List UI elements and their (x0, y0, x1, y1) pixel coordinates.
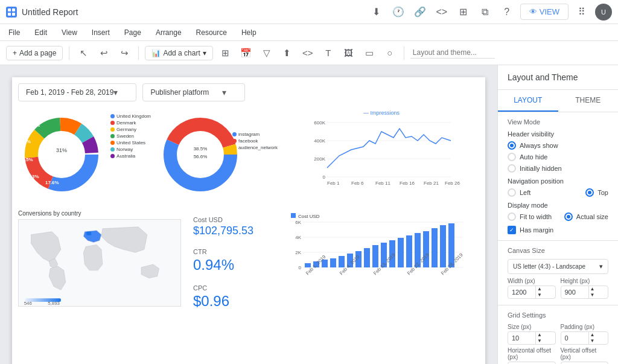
canvas-size-section: Canvas Size US letter (4:3) - Landscape … (498, 241, 618, 305)
copy-icon[interactable]: ⧉ (477, 4, 494, 21)
history-icon[interactable]: 🕐 (390, 4, 407, 21)
link-icon[interactable]: 🔗 (412, 4, 428, 21)
svg-text:Feb 16: Feb 16 (400, 180, 415, 186)
tab-theme[interactable]: THEME (558, 90, 619, 112)
grid-padding-input[interactable] (561, 332, 588, 344)
radio-left[interactable]: Left (508, 188, 530, 197)
svg-text:0: 0 (299, 265, 302, 270)
width-down-icon[interactable]: ▼ (537, 292, 542, 298)
radio-auto-hide[interactable]: Auto hide (508, 153, 608, 161)
svg-text:31%: 31% (56, 147, 67, 153)
download-icon[interactable]: ⬇ (368, 4, 385, 21)
ctr-metric: CTR 0.94% (193, 248, 266, 273)
help-icon[interactable]: ? (499, 4, 515, 21)
grid-padding-up-icon[interactable]: ▲ (590, 332, 595, 338)
plus-icon: + (13, 49, 17, 57)
map-container: Conversions by country (18, 210, 187, 319)
grid-padding-group: Padding (px) ▲ ▼ (561, 324, 609, 345)
canvas-dimensions: Width (px) ▲ ▼ Height (px) ▲ (508, 278, 608, 299)
svg-text:Feb 1: Feb 1 (327, 180, 340, 186)
grid-size-input[interactable] (508, 332, 535, 344)
height-input[interactable] (561, 286, 588, 298)
date-icon[interactable]: 📅 (238, 45, 254, 61)
cursor-icon[interactable]: ↖ (75, 45, 91, 61)
svg-text:Feb 21: Feb 21 (424, 180, 439, 186)
svg-rect-59 (398, 238, 404, 267)
menu-help[interactable]: Help (239, 27, 259, 38)
radio-initially-hidden[interactable]: Initially hidden (508, 164, 608, 173)
donut-chart-2: 38.5% 56.6% instagram facebook audience_… (157, 107, 278, 204)
has-margin-checkbox[interactable]: ✓ Has margin (508, 226, 608, 234)
grid-size-group: Size (px) ▲ ▼ (508, 324, 556, 345)
svg-text:Feb 26: Feb 26 (445, 180, 460, 186)
menu-file[interactable]: File (6, 27, 22, 38)
menu-arrange[interactable]: Arrange (153, 27, 184, 38)
line-chart: — Impressions 600K 400K 200K 0 (284, 107, 479, 204)
checkbox-check: ✓ (508, 226, 516, 234)
svg-text:5,893: 5,893 (48, 301, 60, 306)
apps-icon[interactable]: ⠿ (573, 4, 590, 21)
radio-top[interactable]: Top (585, 188, 608, 197)
toolbar-separator-3 (404, 46, 404, 60)
layout-theme-input[interactable] (410, 47, 495, 59)
v-offset-input[interactable] (561, 362, 609, 364)
svg-text:Cost USD: Cost USD (298, 214, 320, 219)
grid-settings-section: Grid Settings Size (px) ▲ ▼ Padding (px) (498, 305, 618, 364)
svg-text:2K: 2K (295, 250, 301, 255)
svg-text:0: 0 (323, 174, 326, 180)
chart-icon: 📊 (151, 49, 161, 57)
svg-text:Feb 11: Feb 11 (375, 180, 390, 186)
menu-view[interactable]: View (59, 27, 80, 38)
grid-size-padding: Size (px) ▲ ▼ Padding (px) ▲ (508, 324, 608, 345)
circle-icon[interactable]: ○ (382, 45, 398, 61)
svg-text:— Impressions: — Impressions (363, 110, 400, 116)
radio-actual-size[interactable]: Actual size (564, 212, 608, 221)
add-chart-button[interactable]: 📊 Add a chart ▾ (145, 46, 212, 60)
menu-edit[interactable]: Edit (32, 27, 49, 38)
height-down-icon[interactable]: ▼ (590, 292, 595, 298)
h-offset-input[interactable] (508, 362, 556, 364)
width-input[interactable] (508, 286, 535, 298)
platform-filter[interactable]: Publisher platform ▾ (142, 83, 245, 101)
canvas-area: Feb 1, 2019 - Feb 28, 2019 ▾ Publisher p… (0, 65, 497, 364)
rect-icon[interactable]: ▭ (362, 45, 377, 61)
grid-icon[interactable]: ⊞ (455, 4, 472, 21)
add-page-button[interactable]: + Add a page (6, 46, 63, 60)
width-up-icon[interactable]: ▲ (537, 286, 542, 292)
image-icon[interactable]: 🖼 (341, 45, 357, 61)
code2-icon[interactable]: <> (300, 45, 316, 61)
undo-icon[interactable]: ↩ (96, 45, 112, 61)
height-up-icon[interactable]: ▲ (590, 286, 595, 292)
avatar[interactable]: U (595, 4, 612, 21)
svg-text:6K: 6K (295, 220, 301, 225)
svg-rect-3 (12, 13, 15, 16)
tab-layout[interactable]: LAYOUT (498, 90, 558, 112)
date-range-filter[interactable]: Feb 1, 2019 - Feb 28, 2019 ▾ (18, 83, 136, 101)
cost-usd-metric: Cost USD $102,795.53 (193, 216, 266, 237)
charts-row: 31% United Kingdom Denmark Germany Swede… (18, 107, 479, 204)
grid-padding-down-icon[interactable]: ▼ (590, 338, 595, 344)
menu-insert[interactable]: Insert (89, 27, 112, 38)
table-icon[interactable]: ⊞ (218, 45, 234, 61)
menu-page[interactable]: Page (122, 27, 144, 38)
svg-rect-2 (8, 13, 11, 16)
menu-resource[interactable]: Resource (194, 27, 229, 38)
grid-size-down-icon[interactable]: ▼ (537, 338, 542, 344)
page-title: Untitled Report (22, 7, 78, 17)
svg-rect-34 (86, 232, 91, 235)
height-group: Height (px) ▲ ▼ (561, 278, 609, 299)
grid-size-up-icon[interactable]: ▲ (537, 332, 542, 338)
radio-always-show[interactable]: Always show (508, 141, 608, 150)
svg-text:4K: 4K (295, 235, 301, 240)
canvas-size-dropdown[interactable]: US letter (4:3) - Landscape ▾ (508, 259, 608, 274)
menu-bar: File Edit View Insert Page Arrange Resou… (0, 24, 618, 41)
redo-icon[interactable]: ↪ (116, 45, 132, 61)
radio-dot (508, 188, 516, 197)
filter-icon[interactable]: ▽ (259, 45, 275, 61)
view-button[interactable]: 👁 VIEW (520, 4, 569, 20)
code-icon[interactable]: <> (433, 4, 450, 21)
radio-fit-width[interactable]: Fit to width (508, 212, 552, 221)
score-icon[interactable]: ⬆ (279, 45, 295, 61)
text-icon[interactable]: T (320, 45, 336, 61)
report-canvas: Feb 1, 2019 - Feb 28, 2019 ▾ Publisher p… (12, 77, 485, 364)
